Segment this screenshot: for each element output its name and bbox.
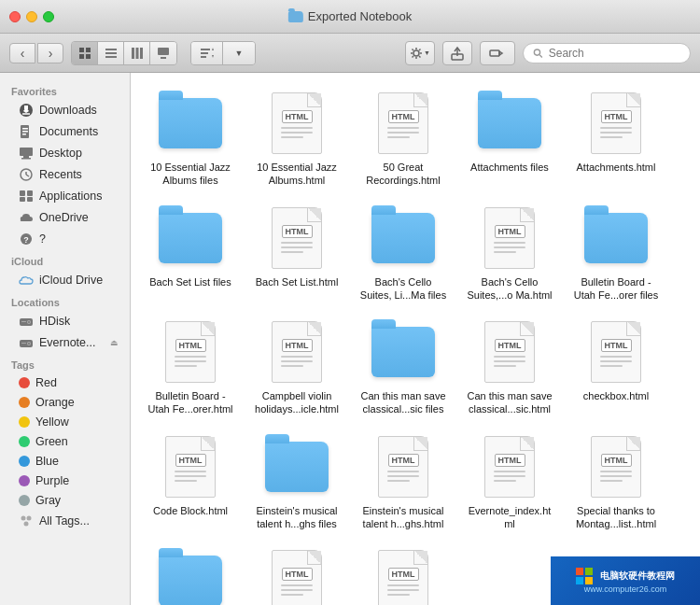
sidebar-item-hdisk[interactable]: HDisk: [4, 311, 126, 331]
close-button[interactable]: [9, 11, 21, 22]
content-area: 10 Essential Jazz Albums filesHTML10 Ess…: [131, 73, 700, 605]
column-view-button[interactable]: [124, 42, 150, 64]
file-item[interactable]: The Petrucci Music Li...ven files: [140, 542, 241, 605]
file-name: Code Block.html: [153, 504, 228, 517]
back-button[interactable]: ‹: [9, 43, 35, 63]
html-file-icon: HTML: [272, 207, 322, 269]
html-file-icon: HTML: [378, 92, 428, 154]
file-item[interactable]: HTML50 Great Recordings.html: [353, 84, 454, 193]
svg-rect-49: [27, 197, 33, 202]
svg-rect-0: [79, 48, 84, 52]
sidebar-item-documents[interactable]: Documents: [4, 121, 126, 142]
svg-line-24: [419, 49, 421, 50]
icon-view-button[interactable]: [72, 42, 98, 64]
file-item[interactable]: HTMLCode Block.html: [140, 428, 241, 537]
sidebar-item-unknown[interactable]: ? ?: [4, 229, 126, 249]
file-name: Bach Set List.html: [256, 275, 339, 288]
sidebar-item-all-tags[interactable]: All Tags...: [4, 511, 126, 531]
sidebar-item-yellow[interactable]: Yellow: [4, 413, 126, 431]
svg-rect-34: [24, 106, 28, 109]
html-label: HTML: [495, 339, 525, 352]
file-item[interactable]: HTMLEinstein's musical talent h...ghs.ht…: [353, 428, 454, 537]
file-item[interactable]: HTMLCampbell violin holidays...icle.html: [246, 313, 347, 422]
svg-rect-7: [132, 48, 134, 59]
file-item[interactable]: HTMLBulletin Board - Utah Fe...orer.html: [140, 313, 241, 422]
maximize-button[interactable]: [43, 11, 54, 22]
html-lines: [494, 242, 525, 253]
html-label: HTML: [495, 225, 525, 238]
file-icon-wrap: [157, 204, 224, 272]
sidebar-item-icloud-drive[interactable]: iCloud Drive: [4, 270, 126, 290]
file-item[interactable]: 10 Essential Jazz Albums files: [140, 84, 241, 193]
html-lines: [494, 471, 525, 482]
sort-dropdown-button[interactable]: ▼: [223, 42, 255, 64]
sidebar-item-onedrive[interactable]: OneDrive: [4, 207, 126, 228]
html-label: HTML: [388, 568, 419, 581]
tag-button[interactable]: [480, 41, 515, 65]
tag-label: All Tags...: [39, 514, 90, 528]
sidebar-item-desktop[interactable]: Desktop: [4, 143, 126, 163]
file-item[interactable]: Bulletin Board - Utah Fe...orer files: [566, 199, 666, 308]
file-item[interactable]: Bach Set List files: [140, 199, 241, 308]
search-input[interactable]: [549, 47, 680, 60]
svg-rect-14: [201, 56, 206, 58]
gallery-view-button[interactable]: [150, 42, 176, 64]
file-item[interactable]: HTMLCan this man save classical...sic.ht…: [459, 313, 560, 422]
icloud-icon: [19, 273, 34, 288]
tag-label: Blue: [35, 455, 59, 468]
html-label: HTML: [175, 339, 206, 352]
sidebar-item-green[interactable]: Green: [4, 432, 126, 451]
file-item[interactable]: HTMLThe Petrucci Music Li...ven.html: [246, 542, 347, 605]
file-item[interactable]: Einstein's musical talent h...ghs files: [246, 428, 347, 537]
share-icon: [451, 46, 464, 61]
minimize-button[interactable]: [26, 11, 37, 22]
file-item[interactable]: HTMLSpecial thanks to Montag...list..htm…: [566, 428, 666, 537]
svg-line-25: [413, 56, 414, 58]
gray-tag-dot: [19, 495, 30, 506]
sidebar-item-applications[interactable]: Applications: [4, 186, 126, 206]
file-item[interactable]: HTMLAttachments.html: [566, 84, 666, 193]
html-lines: [600, 356, 632, 367]
locations-label: Locations: [0, 291, 130, 310]
watermark-top: 电脑软硬件教程网: [576, 568, 675, 584]
svg-rect-59: [21, 343, 26, 344]
file-icon-wrap: HTML: [263, 547, 330, 605]
tag-label: Green: [35, 435, 68, 448]
file-item[interactable]: Attachments files: [459, 84, 560, 193]
file-item[interactable]: HTMLcheckbox.html: [566, 313, 666, 422]
action-button[interactable]: ▼: [405, 41, 435, 65]
sidebar-item-red[interactable]: Red: [4, 373, 126, 392]
watermark: 电脑软硬件教程网 www.computer26.com: [551, 556, 700, 605]
unknown-icon: ?: [19, 232, 34, 246]
sidebar-item-gray[interactable]: Gray: [4, 491, 126, 510]
sidebar: Favorites Downloads: [0, 73, 131, 605]
sidebar-item-blue[interactable]: Blue: [4, 452, 126, 471]
forward-button[interactable]: ›: [37, 43, 63, 63]
file-item[interactable]: HTMLBach Set List.html: [246, 199, 347, 308]
sidebar-item-evernote[interactable]: Evernote... ⏏: [4, 332, 126, 353]
file-item[interactable]: Can this man save classical...sic files: [353, 313, 454, 422]
evernote-eject-icon[interactable]: ⏏: [110, 338, 119, 347]
file-item[interactable]: HTMLUnaccompanied Solos.html: [353, 542, 454, 605]
window-title-text: Exported Notebook: [308, 9, 412, 23]
file-icon-wrap: HTML: [263, 90, 330, 157]
tag-label: Yellow: [35, 415, 69, 429]
file-name: 50 Great Recordings.html: [366, 161, 440, 188]
file-item[interactable]: HTMLEvernote_index.ht ml: [459, 428, 560, 537]
search-bar[interactable]: [523, 43, 691, 63]
sidebar-item-recents[interactable]: Recents: [4, 164, 126, 185]
group-sort-button[interactable]: [191, 42, 223, 64]
html-file-icon: HTML: [165, 321, 216, 383]
sidebar-item-purple[interactable]: Purple: [4, 471, 126, 490]
share-button[interactable]: [442, 41, 472, 65]
list-view-button[interactable]: [98, 42, 124, 64]
search-icon: [533, 48, 543, 59]
file-item[interactable]: HTMLBach's Cello Suites,...o Ma.html: [459, 199, 560, 308]
file-item[interactable]: HTML10 Essential Jazz Albums.html: [246, 84, 347, 193]
file-name: Einstein's musical talent h...ghs files: [256, 504, 337, 531]
svg-point-30: [534, 49, 539, 54]
sidebar-item-orange[interactable]: Orange: [4, 393, 126, 412]
tag-icon: [489, 47, 506, 60]
sidebar-item-downloads[interactable]: Downloads: [4, 100, 126, 120]
file-item[interactable]: Bach's Cello Suites, Li...Ma files: [353, 199, 454, 308]
